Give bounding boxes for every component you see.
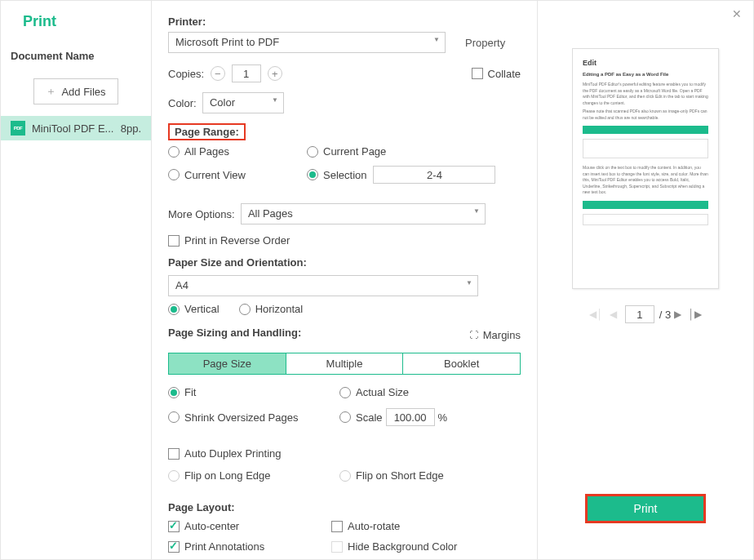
print-button[interactable]: Print	[585, 494, 706, 523]
orientation-horizontal[interactable]: Horizontal	[239, 303, 304, 315]
radio-icon	[168, 169, 180, 180]
copies-label: Copies:	[168, 68, 204, 80]
checkbox-icon	[168, 521, 180, 532]
radio-icon	[307, 146, 318, 158]
margins-icon: ⛶	[469, 330, 478, 340]
checkbox-icon	[331, 521, 343, 532]
preview-navigation: ◀│ ◀ / 3 ▶ │▶	[552, 305, 738, 323]
range-current-page[interactable]: Current Page	[307, 145, 446, 158]
radio-icon	[168, 411, 180, 423]
radio-icon	[339, 411, 351, 423]
radio-icon	[307, 169, 318, 180]
more-options-label: More Options:	[168, 208, 235, 220]
auto-center-checkbox[interactable]: Auto-center	[168, 520, 331, 532]
hide-background-checkbox: Hide Background Color	[331, 540, 470, 553]
page-preview: Edit Editing a PDF as Easy as a Word Fil…	[572, 48, 719, 289]
radio-icon	[339, 387, 351, 398]
tab-booklet[interactable]: Booklet	[403, 353, 520, 374]
color-select[interactable]: Color	[202, 92, 284, 113]
plus-icon: ＋	[46, 84, 56, 99]
range-current-view[interactable]: Current View	[168, 166, 307, 184]
collate-checkbox[interactable]: Collate	[472, 68, 521, 80]
radio-icon	[168, 304, 180, 315]
radio-icon	[168, 470, 180, 482]
file-pages: 8pp.	[121, 122, 141, 135]
scale-input[interactable]	[386, 408, 435, 426]
sizing-shrink[interactable]: Shrink Oversized Pages	[168, 408, 339, 426]
tab-multiple[interactable]: Multiple	[286, 353, 404, 374]
orientation-vertical[interactable]: Vertical	[168, 303, 220, 315]
radio-icon	[239, 304, 251, 315]
copies-decrement[interactable]: −	[211, 66, 225, 81]
checkbox-icon	[331, 541, 343, 553]
preview-page-input[interactable]	[625, 305, 654, 323]
page-range-label-highlight: Page Range:	[168, 123, 246, 140]
radio-icon	[168, 146, 180, 158]
range-selection[interactable]: Selection	[307, 166, 495, 184]
checkbox-icon	[168, 235, 180, 247]
page-layout-label: Page Layout:	[168, 501, 521, 513]
flip-short-edge: Flip on Short Edge	[339, 469, 478, 482]
close-icon[interactable]: ✕	[732, 7, 742, 20]
auto-rotate-checkbox[interactable]: Auto-rotate	[331, 520, 470, 532]
printer-label: Printer:	[168, 16, 521, 28]
reverse-order-checkbox[interactable]: Print in Reverse Order	[168, 234, 521, 247]
sizing-scale[interactable]: Scale %	[339, 408, 511, 426]
nav-next-icon[interactable]: ▶	[674, 309, 681, 320]
auto-duplex-checkbox[interactable]: Auto Duplex Printing	[168, 447, 521, 460]
printer-select[interactable]: Microsoft Print to PDF	[168, 32, 446, 53]
color-label: Color:	[168, 97, 197, 109]
nav-last-icon[interactable]: │▶	[688, 309, 702, 320]
add-files-label: Add Files	[61, 86, 105, 98]
file-item[interactable]: MiniTool PDF E... 8pp.	[1, 116, 151, 140]
document-name-label: Document Name	[1, 45, 151, 67]
paper-label: Paper Size and Orientation:	[168, 256, 521, 269]
checkbox-icon	[472, 68, 483, 79]
sizing-label: Page Sizing and Handling:	[168, 327, 301, 339]
tab-page-size[interactable]: Page Size	[169, 353, 286, 374]
radio-icon	[168, 387, 180, 398]
checkbox-icon	[168, 448, 180, 460]
add-files-button[interactable]: ＋ Add Files	[33, 78, 118, 104]
sizing-fit[interactable]: Fit	[168, 386, 339, 398]
dialog-title: Print	[1, 9, 151, 45]
copies-input[interactable]	[232, 64, 261, 82]
paper-size-select[interactable]: A4	[168, 275, 478, 296]
page-range-label: Page Range:	[175, 126, 239, 138]
preview-page-total: / 3	[659, 309, 671, 321]
collate-label: Collate	[488, 68, 521, 80]
flip-long-edge: Flip on Long Edge	[168, 469, 339, 482]
print-annotations-checkbox[interactable]: Print Annotations	[168, 540, 331, 553]
more-options-select[interactable]: All Pages	[241, 203, 486, 224]
nav-first-icon[interactable]: ◀│	[589, 309, 603, 320]
file-name: MiniTool PDF E...	[32, 122, 118, 135]
range-all-pages[interactable]: All Pages	[168, 145, 307, 158]
radio-icon	[339, 470, 351, 482]
property-button[interactable]: Property	[459, 33, 512, 52]
pdf-icon	[11, 121, 25, 136]
copies-increment[interactable]: +	[268, 66, 282, 81]
margins-button[interactable]: ⛶Margins	[469, 329, 521, 341]
nav-prev-icon[interactable]: ◀	[610, 309, 617, 320]
sizing-actual-size[interactable]: Actual Size	[339, 386, 511, 398]
checkbox-icon	[168, 541, 180, 553]
range-selection-input[interactable]	[373, 166, 495, 184]
